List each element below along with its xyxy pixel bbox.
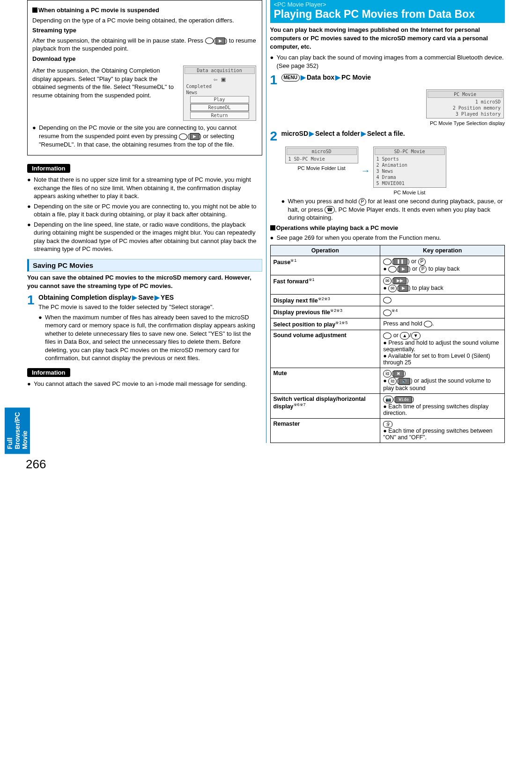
scrA-3: 3 Played history — [428, 111, 502, 117]
square-bullet-icon — [270, 225, 275, 230]
r4c1: Display previous file — [273, 309, 331, 316]
movie-list-screen: SD-PC Movie 1 Sports 2 Animation 3 News … — [373, 147, 446, 188]
pc-movie-type-screen: PC Movie 1 microSD 2 Position memory 3 P… — [426, 89, 504, 118]
right-b1: ●You can play back the sound of moving i… — [270, 53, 505, 70]
r2c2b: to play back — [411, 285, 443, 291]
play-softkey-icon: ▶ — [399, 266, 408, 273]
th-op: Operation — [270, 245, 380, 256]
right-lead: You can play back moving images publishe… — [270, 26, 505, 51]
r5c2: Press and hold — [383, 320, 424, 327]
info1-b2: ●Depending on the site or PC movie you a… — [27, 202, 262, 219]
header-sup: <PC Movie Player> — [274, 1, 502, 8]
scrA-2: 2 Position memory — [428, 105, 502, 111]
information-badge: Information — [27, 164, 70, 173]
right-step2: 2 microSD▶Select a folder▶Select a file. — [270, 130, 505, 143]
p-key-icon: P — [418, 258, 426, 266]
scrA-1: 1 microSD — [428, 99, 502, 105]
header-main: Playing Back PC Movies from Data Box — [274, 8, 502, 20]
acq-b2: ResumeDL — [190, 103, 249, 111]
acq-b3: Return — [190, 112, 249, 119]
ops-title: Operations while playing back a PC movie — [276, 224, 399, 231]
s1b1: ●When the maximum number of files has al… — [38, 313, 262, 362]
na: When you press and hold — [288, 198, 359, 205]
th-key: Key operation — [380, 245, 505, 256]
operations-table: Operation Key operation Pause※1 (❚❚) or … — [270, 245, 505, 443]
s1a: Obtaining Completion display — [38, 294, 131, 301]
sound-softkey-icon: 🔊 — [399, 378, 410, 385]
center-key-icon — [388, 266, 397, 273]
arrow-right-icon: → — [361, 165, 370, 176]
info1-b3: ●Depending on the line speed, line state… — [27, 221, 262, 253]
box1-bullet1: ● Depending on the PC movie or the site … — [32, 124, 257, 148]
r6c1: Sound volume adjustment — [273, 332, 347, 339]
r4s: ※2※3 — [330, 308, 342, 313]
r5s: ※1※5 — [335, 320, 347, 325]
p2-a: After the suspension, the obtaining will… — [32, 37, 205, 44]
right-column: <PC Movie Player> Playing Back PC Movies… — [266, 0, 509, 443]
center-key-icon — [383, 259, 392, 265]
wide-softkey-icon: Wide — [395, 396, 412, 403]
saving-step1: 1 Obtaining Completion display▶Save▶YES … — [27, 294, 262, 364]
camera-key-icon: 📷 — [383, 396, 393, 403]
box1-p2: After the suspension, the obtaining will… — [32, 37, 257, 53]
box1-h1: Streaming type — [32, 26, 257, 35]
scrC-2: 2 Animation — [375, 162, 445, 168]
down-key-icon — [383, 297, 392, 303]
ff-softkey-icon: ▶▶ — [393, 277, 406, 284]
r1c1: Pause — [273, 259, 291, 266]
up-key-icon — [383, 310, 392, 316]
r1s: ※1 — [290, 258, 296, 263]
cap2b: PC Movie List — [372, 190, 447, 195]
r4c2s: ※4 — [392, 308, 398, 313]
r5c1: Select position to play — [273, 321, 336, 328]
box1-p1: Depending on the type of a PC movie bein… — [32, 16, 257, 25]
r2a: microSD — [281, 130, 309, 137]
center-key-icon — [179, 133, 187, 140]
i-alpha-key-icon: iα — [383, 370, 392, 377]
r8s: ※6※7 — [294, 402, 306, 407]
box1-h2: Download type — [32, 55, 257, 63]
mute-softkey-icon: ✖ — [393, 370, 404, 377]
scrA-t: PC Movie — [428, 91, 502, 98]
end-key-icon: ☎ — [325, 206, 335, 214]
side-tab: Full Browser/PC Movie — [5, 407, 30, 454]
r3c1: Display next file — [273, 297, 318, 304]
mail-key-icon: ✉ — [388, 285, 397, 292]
saving-lead: You can save the obtained PC movies to t… — [27, 273, 262, 290]
player-end-note: ● When you press and hold P for at least… — [281, 197, 505, 222]
play-softkey-icon: ▶ — [190, 133, 200, 140]
r2c: Select a file. — [367, 130, 405, 137]
scrC-t: SD-PC Movie — [375, 148, 445, 155]
acq-b1: Play — [190, 96, 249, 103]
suspended-box: When obtaining a PC movie is suspended D… — [27, 0, 262, 155]
i-alpha-key-icon: iα — [388, 377, 397, 385]
acq-title: Data acquisition — [185, 67, 255, 74]
box1-p3: After the suspension, the Obtaining Comp… — [32, 66, 178, 120]
r9c2: Each time of pressing switches between "… — [383, 428, 492, 441]
r2s: ※1 — [309, 277, 315, 282]
r6c2a: Press and hold to adjust the sound volum… — [383, 340, 499, 353]
information-badge-2: Information — [27, 368, 70, 377]
p-key-icon: P — [419, 266, 427, 273]
scrC-5: 5 MOVIE001 — [375, 180, 445, 186]
mail-key-icon: ✉ — [383, 277, 392, 285]
p-key-icon: P — [359, 198, 367, 206]
r3s: ※2※3 — [318, 296, 330, 301]
ops-note: ●See page 269 for when you operate from … — [270, 234, 505, 242]
scrC-3: 3 News — [375, 168, 445, 174]
player-header: <PC Movie Player> Playing Back PC Movies… — [270, 0, 505, 23]
box1-title: When obtaining a PC movie is suspended — [38, 7, 159, 14]
acquisition-screenshot: Data acquisition ⇦ ▣ Completed News Play… — [182, 65, 257, 122]
cap1: PC Movie Type Selection display — [270, 120, 505, 126]
lr-key-icon — [424, 321, 432, 327]
scrC-1: 1 Sports — [375, 156, 445, 162]
r9c1: Remaster — [273, 421, 300, 427]
s1p: The PC movie is saved to the folder sele… — [38, 303, 262, 311]
r1a: Data box — [307, 74, 334, 81]
acq-l2: News — [185, 89, 255, 96]
r8c1: Switch vertical display/horizontal displ… — [273, 396, 366, 410]
down-triangle-icon: ▼ — [411, 332, 421, 340]
scrC-4: 4 Drama — [375, 174, 445, 180]
r2b: Select a folder — [315, 130, 360, 137]
menu-key-icon: MENU — [281, 74, 300, 81]
